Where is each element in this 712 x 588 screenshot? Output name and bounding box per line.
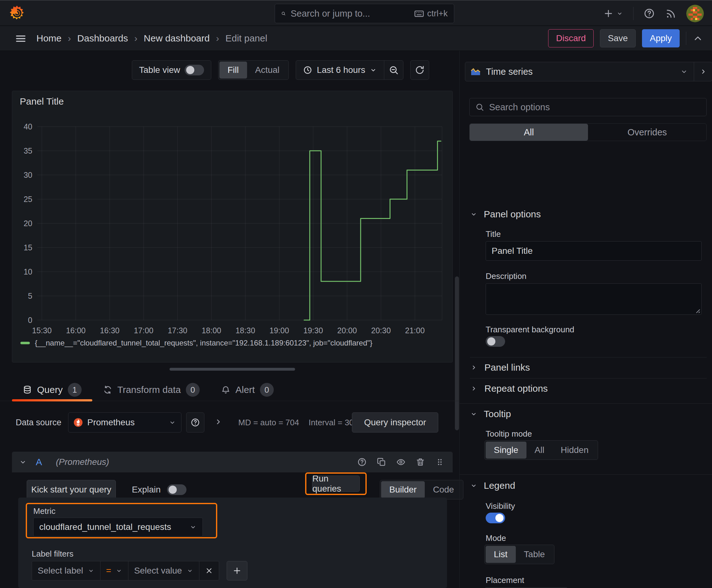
options-search-input[interactable] bbox=[489, 102, 701, 112]
breadcrumb-bar: Home › Dashboards › New dashboard › Edit… bbox=[0, 26, 712, 51]
tooltip-hidden-option[interactable]: Hidden bbox=[553, 442, 597, 459]
svg-text:17:00: 17:00 bbox=[134, 326, 153, 335]
query-row-header[interactable]: A (Prometheus) bbox=[12, 452, 453, 472]
svg-text:19:00: 19:00 bbox=[269, 326, 289, 335]
description-textarea[interactable] bbox=[486, 283, 702, 315]
svg-text:25: 25 bbox=[24, 195, 33, 204]
tab-overrides[interactable]: Overrides bbox=[588, 124, 706, 141]
operator-dropdown[interactable]: = bbox=[100, 561, 128, 581]
timeseries-chart[interactable]: 051015202530354015:3016:0016:3017:0017:3… bbox=[12, 91, 452, 362]
resize-grip-icon[interactable] bbox=[693, 307, 700, 313]
save-button[interactable]: Save bbox=[600, 29, 636, 47]
tab-alert-count: 0 bbox=[260, 383, 274, 397]
collapse-query-icon[interactable] bbox=[19, 458, 27, 466]
transparent-bg-toggle[interactable] bbox=[486, 336, 505, 347]
user-avatar[interactable] bbox=[686, 5, 704, 22]
select-label-dropdown[interactable]: Select label bbox=[32, 561, 101, 581]
duplicate-query-icon[interactable] bbox=[377, 457, 386, 467]
tab-alert[interactable]: Alert 0 bbox=[210, 379, 284, 401]
chevron-down-icon bbox=[470, 210, 477, 218]
kick-start-query-button[interactable]: Kick start your query bbox=[27, 480, 116, 499]
tab-query[interactable]: Query 1 bbox=[12, 379, 92, 401]
drag-handle-icon[interactable] bbox=[435, 457, 445, 467]
table-view-toggle[interactable] bbox=[185, 65, 204, 76]
apply-button[interactable]: Apply bbox=[642, 29, 679, 47]
chevron-up-icon[interactable] bbox=[693, 33, 703, 44]
repeat-options-section[interactable]: Repeat options bbox=[470, 378, 548, 399]
search-shortcut: ctrl+k bbox=[414, 8, 448, 19]
table-view-control[interactable]: Table view bbox=[132, 60, 211, 80]
datasource-picker[interactable]: Prometheus bbox=[68, 413, 181, 433]
plus-icon bbox=[232, 566, 242, 575]
remove-filter-button[interactable] bbox=[199, 561, 219, 581]
divider bbox=[633, 7, 633, 20]
fill-option[interactable]: Fill bbox=[219, 62, 247, 79]
breadcrumb-dashboards[interactable]: Dashboards bbox=[77, 33, 128, 44]
legend-visibility-toggle[interactable] bbox=[486, 512, 505, 523]
breadcrumb-home[interactable]: Home bbox=[37, 33, 62, 44]
options-sidebar: Time series All Overrides Panel options … bbox=[459, 51, 712, 588]
menu-icon[interactable] bbox=[15, 33, 27, 45]
legend-table-option[interactable]: Table bbox=[516, 546, 553, 563]
add-menu-button[interactable] bbox=[603, 8, 623, 19]
chart-legend[interactable]: {__name__="cloudflared_tunnel_total_requ… bbox=[20, 339, 372, 348]
svg-text:40: 40 bbox=[24, 122, 33, 131]
news-rss-icon[interactable] bbox=[665, 8, 676, 19]
help-circle-icon[interactable] bbox=[357, 457, 367, 467]
actual-option[interactable]: Actual bbox=[247, 62, 288, 79]
code-option[interactable]: Code bbox=[425, 481, 462, 498]
tooltip-all-option[interactable]: All bbox=[526, 442, 553, 459]
panel-options-header[interactable]: Panel options bbox=[470, 205, 541, 223]
global-search[interactable]: ctrl+k bbox=[275, 4, 454, 23]
builder-option[interactable]: Builder bbox=[381, 481, 425, 498]
description-field-label: Description bbox=[486, 271, 526, 281]
visualization-picker[interactable]: Time series bbox=[465, 62, 712, 81]
visualization-name: Time series bbox=[486, 67, 533, 77]
grafana-logo-icon[interactable] bbox=[8, 4, 26, 22]
legend-swatch bbox=[20, 342, 30, 344]
time-range-picker[interactable]: Last 6 hours bbox=[296, 61, 384, 80]
discard-button[interactable]: Discard bbox=[548, 29, 594, 47]
tooltip-single-option[interactable]: Single bbox=[486, 442, 526, 459]
help-icon[interactable] bbox=[644, 8, 655, 19]
panel-title-input[interactable] bbox=[486, 241, 702, 261]
search-input[interactable] bbox=[291, 8, 409, 19]
editor-tabs: Query 1 Transform data 0 Alert 0 bbox=[0, 379, 459, 401]
time-range-control: Last 6 hours bbox=[296, 60, 404, 80]
chevron-down-icon bbox=[680, 67, 688, 76]
transform-icon bbox=[103, 385, 112, 395]
datasource-help-button[interactable] bbox=[186, 413, 204, 433]
tab-all[interactable]: All bbox=[470, 124, 588, 141]
refresh-button[interactable] bbox=[410, 60, 429, 80]
expand-options-icon[interactable] bbox=[214, 417, 223, 426]
legend-list-option[interactable]: List bbox=[486, 546, 516, 563]
tab-transform-count: 0 bbox=[186, 383, 200, 397]
zoom-out-button[interactable] bbox=[384, 61, 403, 80]
tooltip-section-header[interactable]: Tooltip bbox=[470, 405, 511, 423]
tab-transform-label: Transform data bbox=[117, 384, 181, 395]
breadcrumb-new-dashboard[interactable]: New dashboard bbox=[144, 33, 210, 44]
delete-query-icon[interactable] bbox=[416, 457, 425, 467]
svg-text:16:30: 16:30 bbox=[100, 326, 120, 335]
chevron-down-icon bbox=[115, 567, 123, 574]
options-search[interactable] bbox=[469, 98, 707, 116]
run-queries-button[interactable]: Run queries bbox=[312, 476, 360, 492]
toggle-viz-picker-button[interactable] bbox=[694, 62, 712, 81]
add-filter-button[interactable] bbox=[226, 561, 247, 581]
scrollbar-thumb[interactable] bbox=[455, 276, 459, 430]
panel-links-section[interactable]: Panel links bbox=[470, 357, 530, 378]
legend-series-label[interactable]: {__name__="cloudflared_tunnel_total_requ… bbox=[35, 339, 372, 348]
select-value-dropdown[interactable]: Select value bbox=[128, 561, 199, 581]
table-view-label: Table view bbox=[139, 65, 180, 75]
metric-select[interactable]: cloudflared_tunnel_total_requests bbox=[33, 518, 203, 537]
edit-actions: Discard Save Apply bbox=[548, 26, 703, 50]
max-data-points-info: MD = auto = 704 bbox=[238, 413, 299, 433]
tab-transform[interactable]: Transform data 0 bbox=[92, 379, 210, 401]
svg-text:16:00: 16:00 bbox=[66, 326, 86, 335]
explain-toggle[interactable] bbox=[167, 484, 187, 495]
legend-mode-switch: List Table bbox=[484, 545, 555, 564]
toggle-visibility-icon[interactable] bbox=[396, 457, 406, 467]
legend-section-header[interactable]: Legend bbox=[470, 477, 515, 495]
query-inspector-button[interactable]: Query inspector bbox=[352, 413, 438, 433]
panel-resize-handle[interactable] bbox=[170, 368, 295, 371]
